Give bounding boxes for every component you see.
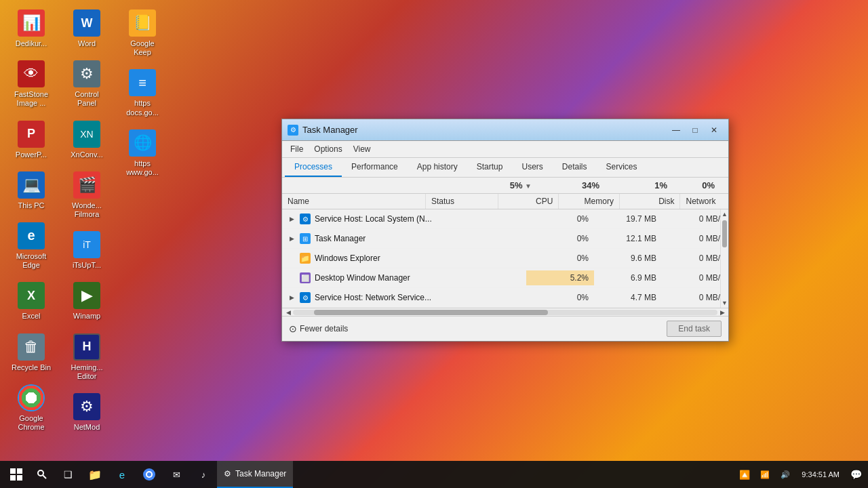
tab-services[interactable]: Services — [597, 158, 647, 177]
chrome-taskbar-button[interactable] — [136, 461, 163, 488]
process-cpu-4: 0% — [526, 290, 594, 305]
desktop-icon-docs[interactable]: ≡ https docs.go... — [118, 66, 167, 119]
desktop-icon-powerpoint[interactable]: P PowerP... — [7, 118, 56, 162]
process-status-1 — [445, 236, 526, 241]
process-name-explorer: ▶ 📁 Windows Explorer — [282, 250, 445, 266]
process-row-taskmanager[interactable]: ▶ ⊞ Task Manager 0% 12.1 MB 0 MB/s 0 Mb — [282, 229, 728, 249]
scroll-up-arrow[interactable]: ▲ — [721, 209, 728, 219]
taskmanager-taskbar-item[interactable]: ⚙ Task Manager — [217, 461, 293, 488]
desktop-icon-xnconv[interactable]: XN XnConv... — [62, 118, 111, 162]
desktop-icon-filmora[interactable]: 🎬 Wonde... Filmora — [62, 169, 111, 222]
task-view-button[interactable]: ❑ — [54, 461, 81, 488]
expand-icon-5[interactable]: ▶ — [288, 293, 296, 302]
desktop-icon-controlpanel[interactable]: ⚙ Control Panel — [62, 58, 111, 110]
scroll-left-arrow[interactable]: ◀ — [283, 308, 293, 317]
svg-point-4 — [38, 470, 43, 476]
process-row-dwm[interactable]: ▶ ⬜ Desktop Window Manager 5.2% 6.9 MB 0… — [282, 268, 728, 288]
music-taskbar-button[interactable]: ♪ — [190, 461, 217, 488]
desktop-icon-excel[interactable]: X Excel — [7, 279, 56, 323]
process-memory-4: 4.7 MB — [594, 290, 662, 305]
process-name-taskmanager: ▶ ⊞ Task Manager — [282, 230, 445, 247]
expand-icon[interactable]: ▶ — [288, 215, 296, 223]
scroll-thumb-v — [722, 220, 727, 247]
desktop-icon-thispc[interactable]: 💻 This PC — [7, 169, 56, 213]
process-name-label-3: Windows Explorer — [315, 253, 380, 263]
tab-bar: Processes Performance App history Startu… — [282, 158, 728, 178]
desktop-icon-dedikur[interactable]: 📊 Dedikur... — [7, 7, 56, 51]
col-header-disk[interactable]: Disk — [620, 194, 681, 209]
scroll-right-arrow[interactable]: ▶ — [717, 308, 727, 317]
process-disk-1: 0 MB/s — [662, 231, 728, 246]
fewer-details-label: Fewer details — [300, 324, 348, 333]
vertical-scrollbar[interactable]: ▲ ▼ — [720, 209, 728, 308]
process-row-svchost-local[interactable]: ▶ ⚙ Service Host: Local System (N... 0% … — [282, 209, 728, 229]
process-name-label-2: Task Manager — [315, 234, 366, 243]
desktop-icon-chrome[interactable]: Google Chrome — [7, 382, 56, 434]
process-disk-0: 0 MB/s — [662, 211, 728, 226]
col-header-network[interactable]: Network — [680, 194, 721, 209]
maximize-button[interactable]: □ — [686, 123, 704, 137]
tray-network-icon[interactable]: 📶 — [755, 461, 774, 488]
memory-percentage: 34% — [537, 178, 605, 193]
desktop-icon-googlekeep[interactable]: 📒 Google Keep — [118, 7, 167, 60]
network-percentage: 0% — [673, 178, 720, 193]
mail-taskbar-button[interactable]: ✉ — [163, 461, 190, 488]
edge-taskbar-button[interactable]: e — [108, 461, 136, 488]
tab-processes[interactable]: Processes — [285, 158, 342, 177]
tab-details[interactable]: Details — [553, 158, 597, 177]
desktop-icon-itsup[interactable]: iT iTsUpT... — [62, 228, 111, 272]
desktop-icon-word[interactable]: W Word — [62, 7, 111, 51]
process-icon-dwm: ⬜ — [300, 272, 311, 283]
titlebar: ⚙ Task Manager — □ ✕ — [282, 119, 728, 141]
desktop-icon-winamp[interactable]: ▶ Winamp — [62, 279, 111, 323]
process-name-label: Service Host: Local System (N... — [315, 214, 432, 224]
taskbar-clock[interactable]: 9:34:51 AM — [796, 461, 845, 488]
tray-volume-icon[interactable]: 🔊 — [776, 461, 795, 488]
process-status-4 — [445, 295, 526, 300]
end-task-button[interactable]: End task — [667, 321, 722, 337]
system-tray: 🔼 📶 🔊 9:34:51 AM 💬 — [735, 461, 865, 488]
menu-file[interactable]: File — [285, 142, 309, 156]
desktop-icon-faststone[interactable]: 👁 FastStone Image ... — [7, 58, 56, 110]
desktop-icon-area: 📊 Dedikur... 👁 FastStone Image ... P Pow… — [0, 0, 160, 454]
desktop-icon-netmod[interactable]: ⚙ NetMod — [62, 390, 111, 434]
menu-view[interactable]: View — [348, 142, 376, 156]
col-header-status[interactable]: Status — [426, 194, 498, 209]
process-row-explorer[interactable]: ▶ 📁 Windows Explorer 0% 9.6 MB 0 MB/s 0 … — [282, 249, 728, 268]
desktop-icon-edge[interactable]: e Microsoft Edge — [7, 220, 56, 272]
desktop-icon-www[interactable]: 🌐 https www.go... — [118, 127, 167, 180]
scroll-down-arrow[interactable]: ▼ — [721, 298, 728, 308]
process-icon-svchost-net: ⚙ — [300, 292, 311, 303]
scroll-track-v — [722, 220, 727, 297]
minimize-button[interactable]: — — [667, 123, 685, 137]
search-button[interactable] — [30, 461, 54, 488]
file-explorer-taskbar-button[interactable]: 📁 — [81, 461, 108, 488]
col-header-cpu[interactable]: CPU — [498, 194, 559, 209]
tab-performance[interactable]: Performance — [342, 158, 408, 177]
col-header-name[interactable]: Name — [282, 194, 426, 209]
close-button[interactable]: ✕ — [705, 123, 723, 137]
taskbar: ❑ 📁 e ✉ ♪ ⚙ Task Manager 🔼 📶 🔊 9:34:51 A… — [0, 461, 868, 488]
fewer-details-button[interactable]: ⊙ Fewer details — [289, 323, 348, 334]
process-name-svchost-network: ▶ ⚙ Service Host: Network Service... — [282, 289, 445, 306]
desktop-icon-recycle[interactable]: 🗑 Recycle Bin — [7, 331, 56, 375]
expand-icon-2[interactable]: ▶ — [288, 235, 296, 243]
tab-users[interactable]: Users — [512, 158, 552, 177]
svg-rect-3 — [17, 475, 22, 481]
horizontal-scrollbar[interactable]: ◀ ▶ — [282, 308, 728, 316]
tab-startup[interactable]: Startup — [467, 158, 513, 177]
process-memory-2: 9.6 MB — [594, 251, 662, 266]
desktop-icon-hemingway[interactable]: H Heming... Editor — [62, 331, 111, 384]
menu-options[interactable]: Options — [309, 142, 347, 156]
titlebar-title: Task Manager — [302, 125, 667, 135]
col-header-memory[interactable]: Memory — [559, 194, 620, 209]
tab-apphistory[interactable]: App history — [408, 158, 467, 177]
process-status-2 — [445, 256, 526, 261]
tray-up-arrow[interactable]: 🔼 — [735, 461, 754, 488]
start-button[interactable] — [3, 461, 30, 488]
process-icon-explorer: 📁 — [300, 253, 311, 264]
cpu-percentage: 5% ▼ — [469, 178, 537, 193]
process-row-svchost-network[interactable]: ▶ ⚙ Service Host: Network Service... 0% … — [282, 288, 728, 308]
notification-button[interactable]: 💬 — [846, 461, 865, 488]
process-cpu-0: 0% — [526, 211, 594, 226]
